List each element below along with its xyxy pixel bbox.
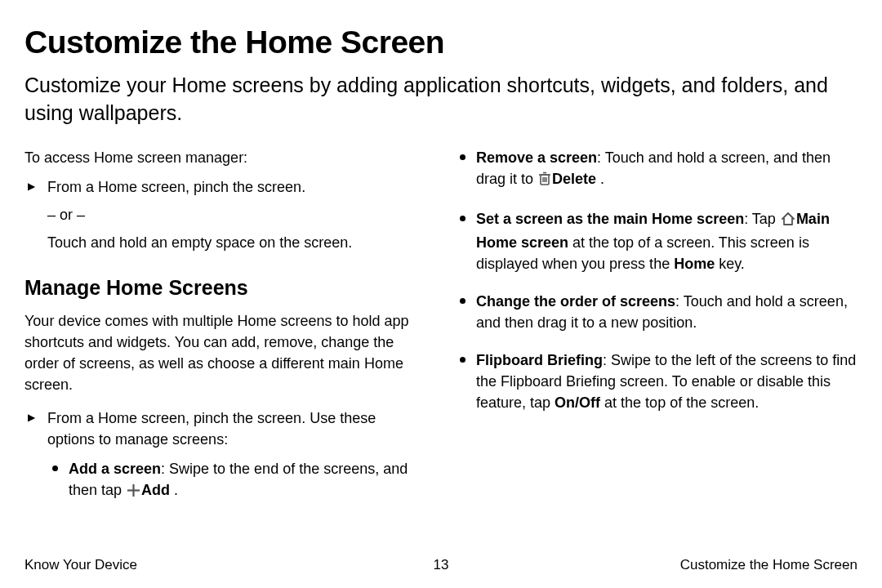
option-remove-screen: Remove a screen: Touch and hold a screen… xyxy=(455,147,858,192)
option-label: Change the order of screens xyxy=(476,293,675,310)
left-column: To access Home screen manager: ▶ From a … xyxy=(24,147,427,519)
home-icon xyxy=(781,211,795,232)
trash-icon xyxy=(538,171,551,192)
option-text: : Tap xyxy=(744,211,780,227)
manage-step: ▶ From a Home screen, pinch the screen. … xyxy=(24,408,427,503)
option-add-screen: Add a screen: Swipe to the end of the sc… xyxy=(47,458,427,503)
page-footer: Know Your Device 13 Customize the Home S… xyxy=(0,557,882,573)
icon-label: Delete xyxy=(552,171,596,187)
access-steps: ▶ From a Home screen, pinch the screen. xyxy=(24,176,427,198)
option-text-end: . xyxy=(170,482,178,498)
page-title: Customize the Home Screen xyxy=(24,24,858,60)
option-change-order: Change the order of screens: Touch and h… xyxy=(455,291,858,333)
triangle-icon: ▶ xyxy=(28,412,35,422)
manage-paragraph: Your device comes with multiple Home scr… xyxy=(24,310,427,395)
icon-label: Add xyxy=(141,482,170,498)
step-text: From a Home screen, pinch the screen. xyxy=(47,179,305,195)
option-label: Flipboard Briefing xyxy=(476,352,603,368)
or-separator: – or – xyxy=(24,204,427,225)
right-column: Remove a screen: Touch and hold a screen… xyxy=(455,147,858,519)
access-lead: To access Home screen manager: xyxy=(24,147,427,168)
manage-options: Add a screen: Swipe to the end of the sc… xyxy=(47,458,427,503)
access-step: ▶ From a Home screen, pinch the screen. xyxy=(24,176,427,198)
footer-right: Customize the Home Screen xyxy=(680,557,858,573)
option-text-end: at the top of the screen. xyxy=(600,394,759,411)
manage-steps: ▶ From a Home screen, pinch the screen. … xyxy=(24,408,427,503)
plus-icon xyxy=(127,482,140,503)
onoff-label: On/Off xyxy=(555,394,600,411)
option-label: Remove a screen xyxy=(476,149,597,166)
option-label: Add a screen xyxy=(69,461,161,477)
home-key-label: Home xyxy=(674,256,715,272)
step-text: From a Home screen, pinch the screen. Us… xyxy=(47,410,376,448)
manage-heading: Manage Home Screens xyxy=(24,273,427,302)
content-columns: To access Home screen manager: ▶ From a … xyxy=(24,147,858,519)
option-flipboard: Flipboard Briefing: Swipe to the left of… xyxy=(455,350,858,413)
option-set-main: Set a screen as the main Home screen: Ta… xyxy=(455,208,858,274)
option-label: Set a screen as the main Home screen xyxy=(476,211,744,227)
manage-options-cont: Remove a screen: Touch and hold a screen… xyxy=(455,147,858,414)
manual-page: Customize the Home Screen Customize your… xyxy=(0,0,882,588)
or-alternative: Touch and hold an empty space on the scr… xyxy=(24,232,427,253)
footer-left: Know Your Device xyxy=(24,557,137,573)
option-text-end: key. xyxy=(715,256,745,272)
intro-paragraph: Customize your Home screens by adding ap… xyxy=(24,72,858,127)
footer-page-number: 13 xyxy=(434,557,449,573)
option-text-end: . xyxy=(596,171,604,187)
triangle-icon: ▶ xyxy=(28,181,35,191)
